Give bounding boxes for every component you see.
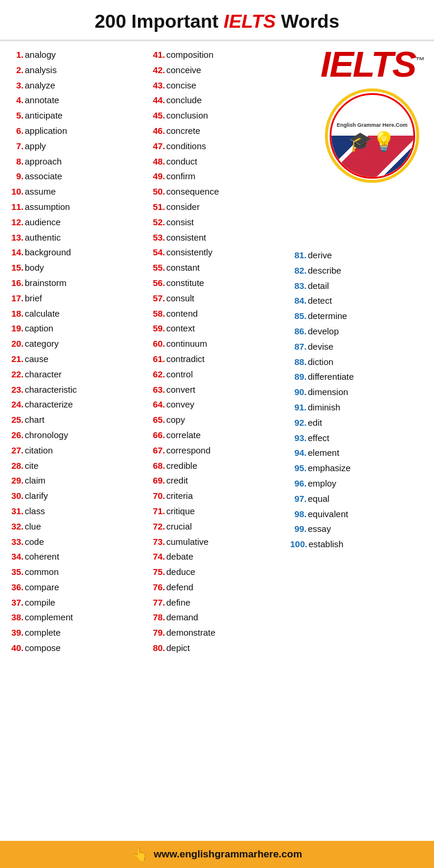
word-text: compile (25, 595, 55, 610)
word-number: 18. (7, 306, 24, 321)
word-text: emphasize (308, 461, 351, 476)
word-text: complement (25, 610, 73, 625)
title-highlight: IELTS (223, 11, 275, 32)
word-text: analysis (25, 63, 57, 78)
list-item: 5.anticipate (7, 108, 144, 123)
word-number: 13. (7, 230, 24, 245)
list-item: 43.concise (149, 78, 285, 93)
list-item: 47.conditions (149, 139, 285, 154)
word-text: concrete (166, 123, 200, 139)
word-number: 8. (7, 154, 24, 169)
word-number: 37. (7, 595, 24, 610)
list-item: 31.class (7, 504, 144, 519)
word-number: 52. (149, 215, 165, 230)
list-item: 93.effect (290, 430, 427, 446)
word-number: 36. (7, 580, 24, 595)
list-item: 10.assume (7, 184, 144, 199)
word-text: background (25, 245, 71, 260)
word-number: 71. (149, 504, 165, 519)
word-text: contradict (166, 351, 205, 367)
list-item: 65.copy (149, 412, 285, 428)
word-text: caption (25, 321, 53, 336)
word-text: apply (25, 139, 46, 154)
word-number: 99. (290, 521, 307, 537)
word-text: calculate (25, 306, 60, 321)
list-item: 77.define (149, 595, 285, 610)
grammar-badge: English Grammar Here.Com 🎓💡 (325, 88, 419, 183)
word-text: analogy (25, 47, 56, 63)
word-text: convey (166, 397, 195, 412)
list-item: 95.emphasize (290, 461, 427, 476)
word-number: 97. (290, 491, 307, 507)
list-item: 98.equivalent (290, 507, 427, 522)
list-item: 9.associate (7, 169, 144, 184)
word-text: application (25, 123, 67, 139)
list-item: 25.chart (7, 412, 144, 428)
list-item: 27.citation (7, 443, 144, 458)
list-item: 87.devise (290, 339, 427, 354)
word-number: 35. (7, 564, 24, 580)
word-number: 21. (7, 351, 24, 367)
list-item: 48.conduct (149, 154, 285, 169)
word-number: 25. (7, 412, 24, 428)
word-text: deduce (166, 564, 195, 580)
ielts-logo-area: IELTS™ English Grammar Here.Com 🎓💡 (316, 46, 428, 183)
word-number: 66. (149, 428, 165, 443)
list-item: 21.cause (7, 351, 144, 367)
list-item: 90.dimension (290, 384, 427, 400)
word-text: clue (25, 519, 41, 534)
word-text: diminish (308, 400, 340, 415)
word-text: chart (25, 412, 44, 428)
list-item: 20.category (7, 336, 144, 351)
title-suffix: Words (276, 11, 340, 32)
word-number: 76. (149, 580, 165, 595)
word-number: 22. (7, 367, 24, 382)
list-item: 50.consequence (149, 184, 285, 199)
word-number: 33. (7, 534, 24, 550)
list-item: 58.contend (149, 306, 285, 321)
badge-icon: 🎓💡 (348, 130, 396, 153)
footer: 👆 www.englishgrammarhere.com (0, 841, 434, 868)
list-item: 79.demonstrate (149, 625, 285, 640)
list-item: 46.concrete (149, 123, 285, 139)
list-item: 88.diction (290, 354, 427, 370)
word-text: conduct (166, 154, 198, 169)
list-item: 26.chronology (7, 428, 144, 443)
list-item: 100.establish (290, 537, 427, 552)
list-item: 24.characterize (7, 397, 144, 412)
list-item: 82.describe (290, 263, 427, 278)
word-number: 56. (149, 275, 165, 291)
list-item: 99.essay (290, 521, 427, 537)
list-item: 49.confirm (149, 169, 285, 184)
list-item: 19.caption (7, 321, 144, 336)
list-item: 76.defend (149, 580, 285, 595)
list-item: 2.analysis (7, 63, 144, 78)
word-text: conditions (166, 139, 206, 154)
word-number: 81. (290, 248, 307, 263)
word-text: equivalent (308, 507, 348, 522)
list-item: 37.compile (7, 595, 144, 610)
word-text: consequence (166, 184, 219, 199)
list-item: 13.authentic (7, 230, 144, 245)
list-item: 81.derive (290, 248, 427, 263)
word-text: devise (308, 339, 333, 354)
word-number: 41. (149, 47, 165, 63)
word-number: 40. (7, 640, 24, 656)
word-number: 100. (290, 537, 307, 552)
list-item: 78.demand (149, 610, 285, 625)
word-text: annotate (25, 93, 59, 108)
word-text: convert (166, 382, 195, 397)
word-text: cumulative (166, 534, 209, 550)
list-item: 4.annotate (7, 93, 144, 108)
badge-text: English Grammar Here.Com (334, 119, 410, 129)
word-text: edit (308, 415, 322, 430)
word-number: 5. (7, 108, 24, 123)
footer-url: www.englishgrammarhere.com (154, 849, 303, 860)
word-number: 55. (149, 260, 165, 275)
word-number: 59. (149, 321, 165, 336)
list-item: 42.conceive (149, 63, 285, 78)
word-text: detail (308, 278, 329, 294)
word-text: essay (308, 521, 331, 537)
word-number: 87. (290, 339, 307, 354)
list-item: 83.detail (290, 278, 427, 294)
